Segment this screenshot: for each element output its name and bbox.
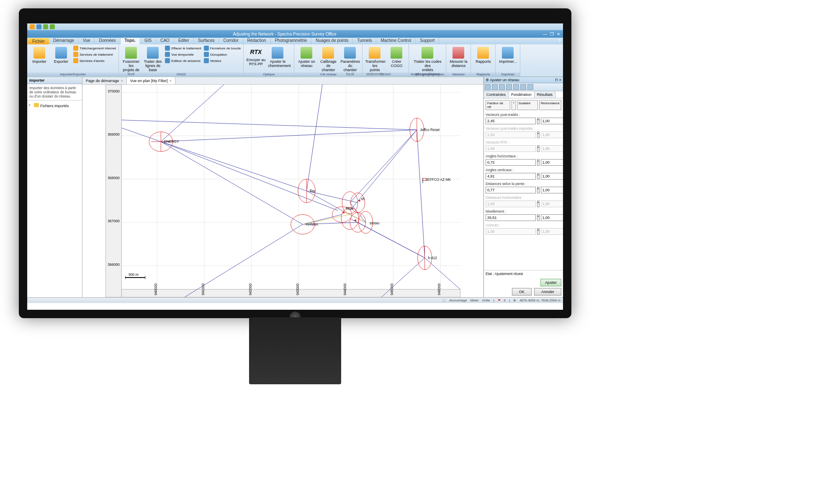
- panel-titlebar: ⚙ Ajuster un réseau ⊓ ×: [484, 77, 563, 83]
- undo-icon[interactable]: [43, 24, 48, 29]
- snap-icon[interactable]: ⬚: [442, 298, 446, 302]
- sidebar-title: Importer: [27, 77, 82, 84]
- measure-group: Vecteurs RTK :*: [486, 139, 561, 152]
- services-traitement[interactable]: Services de traitement: [72, 51, 117, 57]
- save-icon[interactable]: [36, 24, 41, 29]
- window-title: Adjusting the Network - Spectra Precisio…: [27, 32, 542, 36]
- svg-text:943000: 943000: [296, 283, 300, 296]
- tree-item-fichiers-importes[interactable]: Fichiers importés: [29, 102, 80, 109]
- panel-close-icon[interactable]: ×: [559, 78, 561, 82]
- tab-contraintes[interactable]: Contraintes: [484, 91, 509, 98]
- close-button[interactable]: ✕: [555, 32, 561, 36]
- factor-input[interactable]: [486, 118, 536, 124]
- editeur-sessions[interactable]: Editeur de sessions: [164, 58, 202, 64]
- imprimer-button[interactable]: Imprimer...: [497, 45, 518, 76]
- tab-photogrammetrie[interactable]: Photogrammétrie: [271, 38, 312, 44]
- tab-ponderation[interactable]: Pondération: [509, 91, 535, 98]
- tab-redaction[interactable]: Rédaction: [243, 38, 271, 44]
- vue-temporelle[interactable]: Vue temporelle: [164, 51, 202, 57]
- close-icon[interactable]: ×: [170, 79, 172, 83]
- label: Imprimer...: [499, 59, 517, 64]
- effacer-traitement[interactable]: Effacer le traitement: [164, 45, 202, 51]
- svg-line-27: [161, 141, 306, 191]
- panel-toolbar: [484, 83, 563, 91]
- tree-item-label: Fichiers importés: [40, 104, 69, 108]
- tab-support[interactable]: Support: [416, 38, 439, 44]
- coord-label: 4876.4658 m, 7838.2500 m: [519, 298, 560, 302]
- sidebar-description: Importer des données à partir de votre o…: [27, 84, 82, 100]
- tab-nuages[interactable]: Nuages de points: [311, 38, 353, 44]
- annuler-button[interactable]: Annuler: [534, 288, 561, 296]
- toolbar-icon[interactable]: [527, 84, 533, 90]
- tab-topo[interactable]: Topo.: [121, 38, 140, 44]
- panel-title-text: Ajuster un réseau: [490, 78, 519, 82]
- ok-button[interactable]: OK: [512, 288, 532, 296]
- scalar-input[interactable]: [541, 187, 563, 193]
- scalar-input[interactable]: [541, 159, 563, 166]
- services-acces[interactable]: Services d'accès: [72, 58, 117, 64]
- minimize-button[interactable]: —: [542, 32, 548, 36]
- toolbar-icon[interactable]: [506, 84, 512, 90]
- tab-surfaces[interactable]: Surfaces: [194, 38, 219, 44]
- toolbar-icon[interactable]: [499, 84, 505, 90]
- status-line: Etat : Ajustement réussi: [484, 270, 563, 277]
- pin-icon[interactable]: ⊓: [555, 78, 558, 82]
- tab-machine-control[interactable]: Machine Control: [376, 38, 416, 44]
- redo-icon[interactable]: [50, 24, 55, 29]
- titlebar: Adjusting the Network - Spectra Precisio…: [27, 30, 563, 38]
- fermeture-boucle[interactable]: Fermeture de boucle: [203, 45, 242, 51]
- mesurer-distance-button[interactable]: Mesurer la distance: [448, 45, 469, 76]
- meter-label[interactable]: Meter: [470, 298, 478, 302]
- measure-row: *: [486, 145, 561, 152]
- toolbar-icon[interactable]: [513, 84, 519, 90]
- measure-row: *: [486, 214, 561, 221]
- factor-input[interactable]: [486, 159, 536, 166]
- factor-input[interactable]: [486, 214, 536, 221]
- occupation[interactable]: Occupation: [203, 51, 242, 57]
- tab-vue[interactable]: Vue: [79, 38, 95, 44]
- svg-text:ENERGY: ENERGY: [164, 139, 179, 144]
- factor-input[interactable]: [486, 187, 536, 193]
- rtx-button[interactable]: RTXEnvoyer au RTX-PP: [245, 45, 266, 76]
- tab-gis[interactable]: GIS: [140, 38, 156, 44]
- scalar-input[interactable]: [541, 173, 563, 180]
- tab-donnees[interactable]: Données: [95, 38, 120, 44]
- exporter-button[interactable]: Exporter: [51, 45, 72, 76]
- tab-cao[interactable]: CAO: [156, 38, 174, 44]
- tab-editer[interactable]: Editer: [174, 38, 194, 44]
- measure-group: Azimuts :*: [486, 222, 561, 235]
- file-menu[interactable]: Fichier: [28, 38, 49, 44]
- mult-symbol: *: [537, 118, 540, 124]
- grid-label[interactable]: Grille: [482, 298, 490, 302]
- tab-tunnels[interactable]: Tunnels: [353, 38, 376, 44]
- quick-access-toolbar: [27, 23, 563, 30]
- panel-actions: Ajuster OK Annuler: [484, 277, 563, 297]
- vecteur[interactable]: Vecteur: [203, 58, 242, 64]
- svg-line-47: [161, 85, 224, 141]
- ajuster-cheminement-button[interactable]: Ajuster le cheminement: [267, 45, 288, 76]
- toolbar-icon[interactable]: [520, 84, 526, 90]
- tab-resultats[interactable]: Résultats: [535, 91, 556, 98]
- close-icon[interactable]: ×: [121, 79, 123, 83]
- factor-input[interactable]: [486, 173, 536, 180]
- importer-button[interactable]: Importer: [29, 45, 50, 76]
- measure-row: *: [486, 173, 561, 180]
- snap-label[interactable]: Accrochage: [449, 298, 467, 302]
- tab-page-demarrage[interactable]: Page de démarrage×: [82, 77, 127, 84]
- scalar-input[interactable]: [541, 118, 563, 124]
- ajuster-button[interactable]: Ajuster: [540, 279, 561, 286]
- mult-symbol: *: [537, 228, 540, 235]
- tab-vue-en-plan[interactable]: Vue en plan [My Filter]×: [127, 77, 175, 84]
- tab-demarrage[interactable]: Démarrage: [49, 38, 79, 44]
- plan-view-canvas[interactable]: 370000 369000 368000 367000 366000 94000…: [82, 85, 483, 297]
- svg-line-33: [417, 130, 425, 258]
- rapports-button[interactable]: Rapports: [473, 45, 494, 76]
- tab-corridor[interactable]: Corridor: [219, 38, 243, 44]
- toolbar-icon[interactable]: [492, 84, 498, 90]
- scalar-input[interactable]: [541, 214, 563, 221]
- telechargement-internet[interactable]: Téléchargement Internet: [72, 45, 117, 51]
- maximize-button[interactable]: ❐: [549, 32, 555, 36]
- help-icon[interactable]: ?: [555, 39, 563, 44]
- svg-text:JEFFCO AZ MK: JEFFCO AZ MK: [426, 177, 451, 182]
- toolbar-icon[interactable]: [485, 84, 491, 90]
